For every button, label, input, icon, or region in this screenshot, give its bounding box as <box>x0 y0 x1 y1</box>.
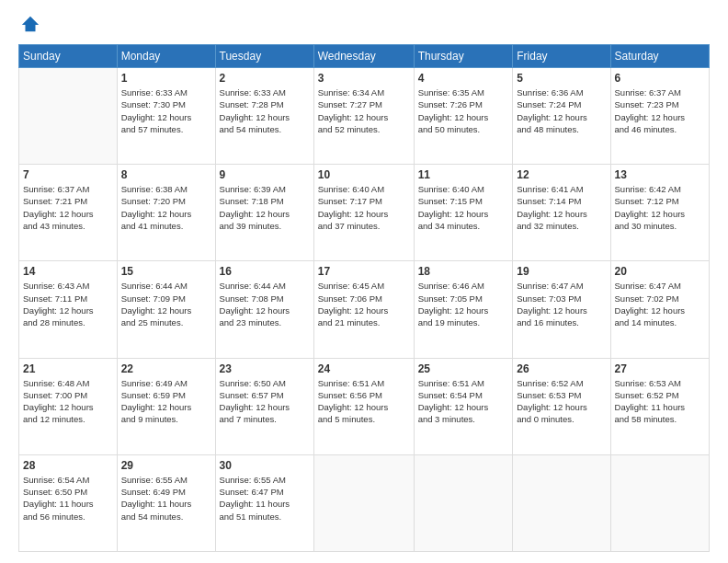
day-number: 24 <box>318 362 410 375</box>
day-cell: 26Sunrise: 6:52 AM Sunset: 6:53 PM Dayli… <box>513 358 610 454</box>
day-info: Sunrise: 6:34 AM Sunset: 7:27 PM Dayligh… <box>318 86 410 135</box>
header-row: SundayMondayTuesdayWednesdayThursdayFrid… <box>19 45 710 68</box>
day-number: 28 <box>23 459 113 472</box>
calendar-header: SundayMondayTuesdayWednesdayThursdayFrid… <box>19 45 710 68</box>
day-cell: 4Sunrise: 6:35 AM Sunset: 7:26 PM Daylig… <box>414 68 513 165</box>
day-info: Sunrise: 6:51 AM Sunset: 6:54 PM Dayligh… <box>418 377 509 426</box>
day-number: 15 <box>121 265 211 278</box>
day-cell: 2Sunrise: 6:33 AM Sunset: 7:28 PM Daylig… <box>215 68 313 165</box>
day-info: Sunrise: 6:39 AM Sunset: 7:18 PM Dayligh… <box>220 183 310 232</box>
day-info: Sunrise: 6:52 AM Sunset: 6:53 PM Dayligh… <box>517 377 606 426</box>
day-number: 14 <box>23 265 113 278</box>
day-cell <box>610 454 709 551</box>
day-info: Sunrise: 6:33 AM Sunset: 7:28 PM Dayligh… <box>220 86 310 135</box>
day-info: Sunrise: 6:42 AM Sunset: 7:12 PM Dayligh… <box>615 183 705 232</box>
day-number: 17 <box>318 265 410 278</box>
week-row-3: 21Sunrise: 6:48 AM Sunset: 7:00 PM Dayli… <box>19 358 710 454</box>
day-number: 13 <box>615 168 705 181</box>
header-day-saturday: Saturday <box>610 45 709 68</box>
day-cell: 28Sunrise: 6:54 AM Sunset: 6:50 PM Dayli… <box>19 454 118 551</box>
header-day-wednesday: Wednesday <box>313 45 414 68</box>
day-cell: 5Sunrise: 6:36 AM Sunset: 7:24 PM Daylig… <box>513 68 610 165</box>
day-cell: 15Sunrise: 6:44 AM Sunset: 7:09 PM Dayli… <box>117 261 215 358</box>
day-cell: 24Sunrise: 6:51 AM Sunset: 6:56 PM Dayli… <box>313 358 414 454</box>
day-info: Sunrise: 6:36 AM Sunset: 7:24 PM Dayligh… <box>517 86 606 135</box>
day-info: Sunrise: 6:49 AM Sunset: 6:59 PM Dayligh… <box>121 377 211 426</box>
day-info: Sunrise: 6:41 AM Sunset: 7:14 PM Dayligh… <box>517 183 606 232</box>
day-info: Sunrise: 6:50 AM Sunset: 6:57 PM Dayligh… <box>220 377 310 426</box>
day-cell <box>414 454 513 551</box>
day-info: Sunrise: 6:45 AM Sunset: 7:06 PM Dayligh… <box>318 280 410 328</box>
day-info: Sunrise: 6:43 AM Sunset: 7:11 PM Dayligh… <box>23 280 113 328</box>
svg-marker-0 <box>22 17 39 32</box>
day-number: 25 <box>418 362 509 375</box>
day-number: 10 <box>318 168 410 181</box>
day-number: 29 <box>121 459 211 472</box>
header <box>18 15 710 35</box>
day-number: 12 <box>517 168 606 181</box>
day-number: 16 <box>220 265 310 278</box>
day-cell: 22Sunrise: 6:49 AM Sunset: 6:59 PM Dayli… <box>117 358 215 454</box>
day-number: 11 <box>418 168 509 181</box>
header-day-sunday: Sunday <box>19 45 118 68</box>
day-number: 7 <box>23 168 113 181</box>
header-day-tuesday: Tuesday <box>215 45 313 68</box>
day-cell: 20Sunrise: 6:47 AM Sunset: 7:02 PM Dayli… <box>610 261 709 358</box>
day-info: Sunrise: 6:54 AM Sunset: 6:50 PM Dayligh… <box>23 474 113 523</box>
day-info: Sunrise: 6:40 AM Sunset: 7:15 PM Dayligh… <box>418 183 509 232</box>
day-cell: 18Sunrise: 6:46 AM Sunset: 7:05 PM Dayli… <box>414 261 513 358</box>
day-cell <box>513 454 610 551</box>
day-cell <box>19 68 118 165</box>
header-day-monday: Monday <box>117 45 215 68</box>
day-cell: 8Sunrise: 6:38 AM Sunset: 7:20 PM Daylig… <box>117 165 215 261</box>
logo-icon <box>20 15 40 35</box>
week-row-4: 28Sunrise: 6:54 AM Sunset: 6:50 PM Dayli… <box>19 454 710 551</box>
day-number: 27 <box>615 362 705 375</box>
header-day-thursday: Thursday <box>414 45 513 68</box>
logo <box>18 15 40 35</box>
day-number: 20 <box>615 265 705 278</box>
day-cell: 14Sunrise: 6:43 AM Sunset: 7:11 PM Dayli… <box>19 261 118 358</box>
week-row-2: 14Sunrise: 6:43 AM Sunset: 7:11 PM Dayli… <box>19 261 710 358</box>
day-cell: 3Sunrise: 6:34 AM Sunset: 7:27 PM Daylig… <box>313 68 414 165</box>
day-number: 5 <box>517 72 606 85</box>
day-cell: 7Sunrise: 6:37 AM Sunset: 7:21 PM Daylig… <box>19 165 118 261</box>
day-number: 18 <box>418 265 509 278</box>
day-cell: 6Sunrise: 6:37 AM Sunset: 7:23 PM Daylig… <box>610 68 709 165</box>
day-info: Sunrise: 6:33 AM Sunset: 7:30 PM Dayligh… <box>121 86 211 135</box>
day-number: 23 <box>220 362 310 375</box>
week-row-1: 7Sunrise: 6:37 AM Sunset: 7:21 PM Daylig… <box>19 165 710 261</box>
calendar: SundayMondayTuesdayWednesdayThursdayFrid… <box>18 44 710 552</box>
day-number: 4 <box>418 72 509 85</box>
day-info: Sunrise: 6:46 AM Sunset: 7:05 PM Dayligh… <box>418 280 509 328</box>
week-row-0: 1Sunrise: 6:33 AM Sunset: 7:30 PM Daylig… <box>19 68 710 165</box>
day-number: 1 <box>121 72 211 85</box>
day-cell: 13Sunrise: 6:42 AM Sunset: 7:12 PM Dayli… <box>610 165 709 261</box>
day-cell <box>313 454 414 551</box>
day-cell: 23Sunrise: 6:50 AM Sunset: 6:57 PM Dayli… <box>215 358 313 454</box>
day-info: Sunrise: 6:51 AM Sunset: 6:56 PM Dayligh… <box>318 377 410 426</box>
day-number: 3 <box>318 72 410 85</box>
day-cell: 16Sunrise: 6:44 AM Sunset: 7:08 PM Dayli… <box>215 261 313 358</box>
day-cell: 21Sunrise: 6:48 AM Sunset: 7:00 PM Dayli… <box>19 358 118 454</box>
page: SundayMondayTuesdayWednesdayThursdayFrid… <box>0 0 728 563</box>
day-info: Sunrise: 6:47 AM Sunset: 7:02 PM Dayligh… <box>615 280 705 328</box>
day-number: 8 <box>121 168 211 181</box>
day-info: Sunrise: 6:37 AM Sunset: 7:23 PM Dayligh… <box>615 86 705 135</box>
day-info: Sunrise: 6:44 AM Sunset: 7:09 PM Dayligh… <box>121 280 211 328</box>
day-cell: 27Sunrise: 6:53 AM Sunset: 6:52 PM Dayli… <box>610 358 709 454</box>
day-info: Sunrise: 6:55 AM Sunset: 6:47 PM Dayligh… <box>220 474 310 523</box>
day-cell: 25Sunrise: 6:51 AM Sunset: 6:54 PM Dayli… <box>414 358 513 454</box>
day-number: 22 <box>121 362 211 375</box>
day-number: 2 <box>220 72 310 85</box>
day-info: Sunrise: 6:53 AM Sunset: 6:52 PM Dayligh… <box>615 377 705 426</box>
day-number: 9 <box>220 168 310 181</box>
day-number: 6 <box>615 72 705 85</box>
day-info: Sunrise: 6:48 AM Sunset: 7:00 PM Dayligh… <box>23 377 113 426</box>
day-cell: 12Sunrise: 6:41 AM Sunset: 7:14 PM Dayli… <box>513 165 610 261</box>
day-cell: 17Sunrise: 6:45 AM Sunset: 7:06 PM Dayli… <box>313 261 414 358</box>
day-info: Sunrise: 6:38 AM Sunset: 7:20 PM Dayligh… <box>121 183 211 232</box>
day-cell: 1Sunrise: 6:33 AM Sunset: 7:30 PM Daylig… <box>117 68 215 165</box>
day-cell: 11Sunrise: 6:40 AM Sunset: 7:15 PM Dayli… <box>414 165 513 261</box>
header-day-friday: Friday <box>513 45 610 68</box>
